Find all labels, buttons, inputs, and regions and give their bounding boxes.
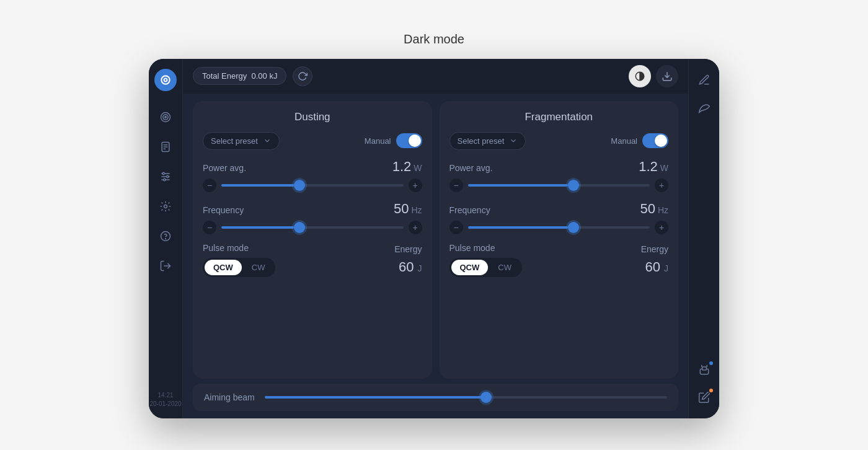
dusting-power-thumb[interactable] bbox=[294, 180, 305, 191]
sidebar-item-target[interactable] bbox=[154, 106, 177, 128]
right-sidebar bbox=[688, 59, 719, 418]
sidebar-item-settings[interactable] bbox=[154, 195, 177, 218]
dusting-frequency-thumb[interactable] bbox=[294, 222, 305, 233]
svg-point-0 bbox=[161, 76, 169, 84]
topbar: Total Energy 0.00 kJ bbox=[183, 59, 688, 94]
sidebar-item-document[interactable] bbox=[154, 136, 177, 158]
fragmentation-preset-dropdown[interactable]: Select preset bbox=[450, 132, 526, 150]
dusting-frequency-track[interactable] bbox=[221, 226, 404, 229]
sidebar-item-help[interactable] bbox=[154, 225, 177, 247]
toggle-knob bbox=[655, 135, 667, 147]
right-icon-leaf[interactable] bbox=[693, 96, 715, 118]
dusting-frequency-increase[interactable]: + bbox=[409, 221, 422, 234]
dusting-power-fill bbox=[221, 184, 294, 187]
dusting-manual-switch[interactable] bbox=[396, 133, 422, 148]
svg-point-13 bbox=[167, 175, 169, 177]
fragmentation-power-section: Power avg. 1.2 W − + bbox=[450, 159, 669, 192]
fragmentation-card: Fragmentation Select preset Manual bbox=[440, 101, 679, 379]
fragmentation-bottom-row: Pulse mode QCW CW Energy 60 J bbox=[450, 243, 669, 277]
sidebar-item-logout[interactable] bbox=[154, 255, 177, 277]
svg-point-17 bbox=[166, 238, 166, 239]
aiming-beam-fill bbox=[265, 396, 486, 399]
edit-dot-orange bbox=[708, 387, 714, 394]
fragmentation-frequency-increase[interactable]: + bbox=[655, 221, 668, 234]
fragmentation-frequency-thumb[interactable] bbox=[568, 222, 579, 233]
dusting-energy-section: Energy 60 J bbox=[394, 244, 422, 275]
fragmentation-power-increase[interactable]: + bbox=[655, 179, 668, 192]
fragmentation-power-track[interactable] bbox=[468, 184, 650, 187]
theme-toggle-button[interactable] bbox=[629, 65, 651, 87]
aiming-beam-track[interactable] bbox=[265, 396, 667, 399]
svg-point-1 bbox=[164, 78, 167, 81]
dusting-power-decrease[interactable]: − bbox=[203, 179, 216, 192]
dusting-pulse-section: Pulse mode QCW CW bbox=[203, 243, 388, 277]
sidebar-time: 14:21 20-01-2020 bbox=[149, 391, 181, 408]
topbar-right bbox=[629, 65, 678, 87]
svg-point-14 bbox=[164, 179, 166, 180]
fragmentation-power-fill bbox=[468, 184, 568, 187]
svg-point-12 bbox=[162, 172, 164, 174]
dusting-qcw-button[interactable]: QCW bbox=[205, 260, 242, 275]
main-content: Total Energy 0.00 kJ bbox=[183, 59, 688, 418]
fragmentation-frequency-section: Frequency 50 Hz − + bbox=[450, 201, 669, 234]
toggle-knob bbox=[409, 135, 421, 147]
fragmentation-pulse-buttons: QCW CW bbox=[450, 258, 522, 277]
fragmentation-manual-toggle: Manual bbox=[611, 133, 668, 148]
fragmentation-title: Fragmentation bbox=[450, 111, 669, 123]
refresh-button[interactable] bbox=[293, 66, 312, 86]
chevron-down-icon bbox=[509, 136, 518, 145]
dusting-preset-dropdown[interactable]: Select preset bbox=[203, 132, 280, 150]
fragmentation-power-thumb[interactable] bbox=[568, 180, 579, 191]
fragmentation-energy-section: Energy 60 J bbox=[641, 244, 668, 275]
page-title: Dark mode bbox=[404, 32, 464, 46]
dusting-frequency-section: Frequency 50 Hz − + bbox=[203, 201, 422, 234]
fragmentation-frequency-track[interactable] bbox=[468, 226, 650, 229]
fragmentation-frequency-fill bbox=[468, 226, 568, 229]
fragmentation-cw-button[interactable]: CW bbox=[489, 260, 520, 275]
svg-rect-21 bbox=[702, 367, 706, 370]
aiming-beam-bar: Aiming beam bbox=[193, 384, 678, 411]
svg-point-15 bbox=[164, 205, 167, 208]
cards-area: Dusting Select preset Manual bbox=[183, 94, 688, 384]
tablet-device: 14:21 20-01-2020 Total Energy 0.00 kJ bbox=[149, 59, 719, 418]
dusting-card: Dusting Select preset Manual bbox=[193, 101, 432, 379]
dusting-frequency-fill bbox=[221, 226, 294, 229]
total-energy-badge: Total Energy 0.00 kJ bbox=[193, 67, 286, 85]
dusting-power-section: Power avg. 1.2 W − + bbox=[203, 159, 422, 192]
fragmentation-power-decrease[interactable]: − bbox=[450, 179, 463, 192]
fragmentation-pulse-section: Pulse mode QCW CW bbox=[450, 243, 635, 277]
dusting-title: Dusting bbox=[203, 111, 422, 123]
right-icon-plugin[interactable] bbox=[693, 359, 715, 381]
left-sidebar: 14:21 20-01-2020 bbox=[149, 59, 183, 418]
download-button[interactable] bbox=[656, 65, 678, 87]
right-icon-edit[interactable] bbox=[693, 386, 715, 408]
dusting-cw-button[interactable]: CW bbox=[243, 260, 274, 275]
fragmentation-qcw-button[interactable]: QCW bbox=[451, 260, 489, 275]
dusting-power-track[interactable] bbox=[221, 184, 404, 187]
dusting-frequency-decrease[interactable]: − bbox=[203, 221, 216, 234]
dusting-preset-row: Select preset Manual bbox=[203, 132, 422, 150]
dusting-power-increase[interactable]: + bbox=[409, 179, 422, 192]
aiming-beam-thumb[interactable] bbox=[480, 392, 492, 403]
svg-point-4 bbox=[165, 116, 167, 118]
sidebar-item-sliders[interactable] bbox=[154, 165, 177, 188]
dusting-manual-toggle: Manual bbox=[365, 133, 422, 148]
fragmentation-frequency-decrease[interactable]: − bbox=[450, 221, 463, 234]
fragmentation-manual-switch[interactable] bbox=[642, 133, 668, 148]
app-logo[interactable] bbox=[154, 69, 177, 91]
dusting-bottom-row: Pulse mode QCW CW Energy 60 J bbox=[203, 243, 422, 277]
dusting-pulse-buttons: QCW CW bbox=[203, 258, 275, 277]
plugin-dot-blue bbox=[708, 360, 714, 366]
right-icon-pen[interactable] bbox=[693, 69, 715, 91]
fragmentation-preset-row: Select preset Manual bbox=[450, 132, 669, 150]
chevron-down-icon bbox=[263, 136, 272, 145]
